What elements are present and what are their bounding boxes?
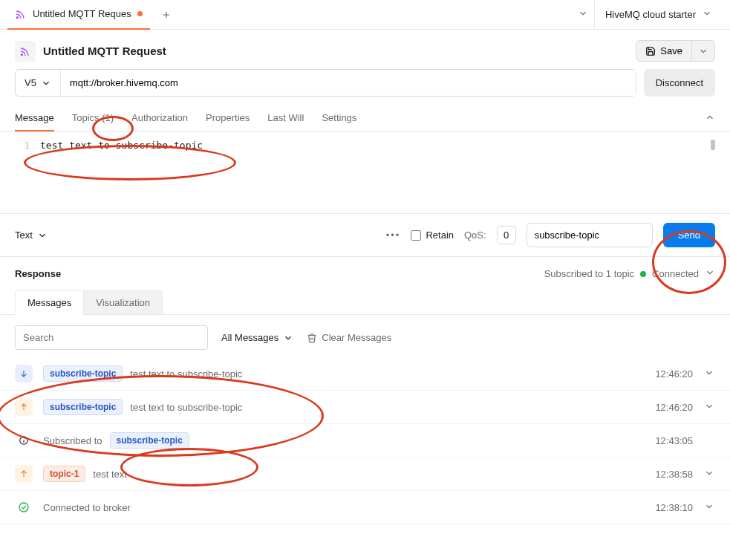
message-time: 12:43:05 [655, 435, 693, 446]
expand-chevron[interactable] [703, 401, 715, 414]
response-title: Response [15, 268, 61, 279]
message-text: test text [93, 469, 127, 480]
dirty-indicator [137, 11, 143, 16]
message-list: subscribe-topictest text to subscribe-to… [0, 357, 730, 524]
arrow-down-icon [15, 365, 33, 382]
message-text: Connected to broker [43, 502, 131, 513]
arrow-up-icon [15, 465, 33, 483]
disconnect-button[interactable]: Disconnect [644, 69, 715, 97]
publish-topic-input[interactable] [527, 223, 653, 247]
qos-value[interactable]: 0 [497, 226, 516, 244]
message-row[interactable]: subscribe-topictest text to subscribe-to… [0, 357, 730, 391]
arrow-up-icon [15, 398, 33, 416]
message-text: test text to subscribe-topic [130, 402, 242, 413]
save-label: Save [660, 45, 682, 56]
message-time: 12:46:20 [655, 402, 693, 413]
check-circle-icon [15, 498, 33, 516]
chevron-down-icon [702, 8, 712, 21]
clear-label: Clear Messages [322, 332, 391, 343]
message-row[interactable]: Subscribed tosubscribe-topic12:43:05 [0, 424, 730, 458]
svg-point-3 [19, 503, 28, 512]
chevron-down-icon [283, 333, 293, 343]
mqtt-icon [15, 41, 36, 62]
svg-point-0 [16, 16, 18, 18]
status-dot-icon [640, 271, 646, 277]
mqtt-icon [15, 8, 27, 20]
request-title: Untitled MQTT Request [43, 45, 166, 57]
message-time: 12:38:10 [655, 502, 693, 513]
retain-checkbox[interactable] [411, 230, 421, 241]
message-body[interactable]: test text to subscribe-topic [40, 138, 700, 207]
save-dropdown[interactable] [692, 40, 715, 62]
version-label: V5 [25, 77, 36, 88]
connection-status-dropdown[interactable] [705, 267, 715, 280]
retain-label: Retain [426, 229, 454, 241]
qos-label: QoS: [464, 229, 486, 241]
save-button[interactable]: Save [636, 40, 692, 62]
send-button[interactable]: Send [663, 223, 715, 247]
environment-select[interactable]: HiveMQ cloud starter [594, 0, 723, 30]
chevron-down-icon [37, 230, 48, 241]
filter-label: All Messages [221, 332, 278, 343]
editor-scrollbar-thumb[interactable] [711, 140, 715, 150]
clear-messages-button[interactable]: Clear Messages [307, 332, 391, 343]
message-editor[interactable]: 1 test text to subscribe-topic [0, 132, 730, 214]
resp-tab-visualization[interactable]: Visualization [84, 290, 163, 315]
message-row[interactable]: topic-1test text12:38:58 [0, 458, 730, 491]
tab-title: Untitled MQTT Reques [33, 8, 131, 19]
save-icon [645, 46, 656, 56]
tab-properties[interactable]: Properties [206, 105, 250, 131]
topic-pill[interactable]: topic-1 [43, 466, 85, 482]
info-icon [15, 432, 33, 449]
request-tab[interactable]: Untitled MQTT Reques [7, 0, 150, 30]
message-filter-select[interactable]: All Messages [221, 332, 293, 343]
svg-point-1 [21, 53, 22, 55]
message-time: 12:38:58 [655, 469, 693, 480]
trash-icon [307, 333, 317, 343]
tab-authorization[interactable]: Authorization [131, 105, 188, 131]
resp-tab-messages[interactable]: Messages [15, 290, 84, 315]
message-search-input[interactable] [15, 325, 208, 350]
tab-settings[interactable]: Settings [322, 105, 356, 131]
expand-chevron[interactable] [703, 468, 715, 481]
subscription-status: Subscribed to 1 topic [544, 268, 634, 279]
tab-topics[interactable]: Topics (1) [72, 105, 114, 131]
line-number: 1 [15, 138, 30, 207]
body-type-select[interactable]: Text [15, 229, 48, 241]
expand-chevron[interactable] [703, 501, 715, 514]
topic-pill[interactable]: subscribe-topic [110, 432, 189, 449]
environment-name: HiveMQ cloud starter [605, 9, 696, 20]
body-type-label: Text [15, 229, 33, 241]
version-select[interactable]: V5 [16, 70, 61, 96]
broker-url-input[interactable] [61, 70, 636, 96]
message-row[interactable]: subscribe-topictest text to subscribe-to… [0, 391, 730, 424]
message-time: 12:46:20 [655, 368, 693, 380]
more-options-button[interactable]: ••• [386, 229, 401, 241]
message-row[interactable]: Connected to broker12:38:10 [0, 491, 730, 524]
message-prefix: Subscribed to [43, 435, 102, 446]
collapse-pane-button[interactable] [705, 112, 715, 125]
expand-chevron[interactable] [703, 368, 715, 380]
retain-toggle[interactable]: Retain [411, 229, 454, 241]
tab-last-will[interactable]: Last Will [267, 105, 304, 131]
tab-overflow-menu[interactable] [572, 4, 594, 25]
message-text: test text to subscribe-topic [130, 368, 242, 380]
topic-pill[interactable]: subscribe-topic [43, 399, 123, 415]
add-tab-button[interactable] [156, 4, 177, 25]
tab-message[interactable]: Message [15, 105, 54, 131]
chevron-down-icon [41, 78, 51, 88]
connection-status: Connected [652, 268, 699, 279]
topic-pill[interactable]: subscribe-topic [43, 365, 123, 382]
